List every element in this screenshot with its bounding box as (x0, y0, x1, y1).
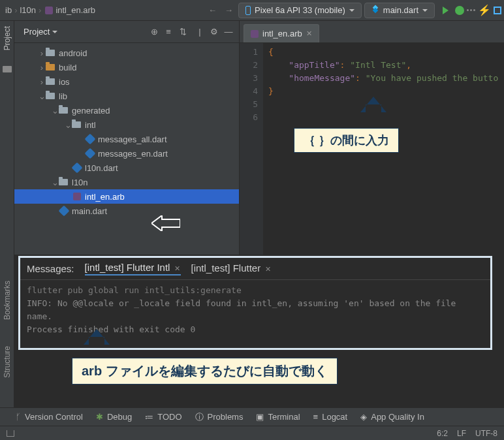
phone-icon (245, 6, 251, 15)
tree-folder-generated[interactable]: ⌄generated (14, 103, 239, 118)
run-config-selector[interactable]: main.dart (364, 3, 435, 18)
annotation-arrow-icon (360, 97, 386, 129)
annotation-label-2: arb ファイルを編集するたびに自動で動く (72, 358, 338, 385)
breadcrumb-root: ib (5, 5, 12, 15)
file-encoding[interactable]: UTF-8 (475, 429, 497, 438)
top-toolbar: ib › l10n › intl_en.arb ← → Pixel 6a API… (0, 0, 504, 21)
console-line: INFO: No @@locale or _locale field found… (27, 297, 484, 323)
close-tab-button[interactable]: ✕ (172, 264, 180, 272)
console-line: flutter pub global run intl_utils:genera… (27, 284, 484, 297)
todo-tool-button[interactable]: ≔TODO (145, 412, 181, 422)
annotation-arrow-icon (151, 215, 180, 231)
line-gutter: 123456 (240, 43, 263, 255)
close-tab-button[interactable]: ✕ (306, 29, 312, 38)
project-view-selector[interactable]: Project (24, 27, 57, 37)
line-separator[interactable]: LF (457, 429, 466, 438)
structure-tool-tab[interactable]: Structure (3, 346, 12, 378)
breadcrumb[interactable]: ib › l10n › intl_en.arb (3, 5, 98, 15)
tool-window-toggle-button[interactable] (7, 430, 14, 437)
tree-file-main-dart[interactable]: main.dart (14, 204, 239, 218)
project-tree[interactable]: ›android ›build ›ios ⌄lib ⌄generated ⌄in… (14, 43, 239, 255)
project-panel: Project ⊕ ≡ ⇅ | ⚙ — ›android ›build ›ios… (14, 21, 240, 255)
tree-folder-android[interactable]: ›android (14, 46, 239, 60)
tree-folder-lib[interactable]: ⌄lib (14, 89, 239, 103)
arb-file-icon (251, 30, 259, 38)
arb-file-icon (45, 7, 53, 14)
folder-icon[interactable] (3, 66, 12, 72)
tree-file-intl-en-arb[interactable]: intl_en.arb (14, 189, 239, 204)
flutter-icon (370, 5, 381, 16)
tree-folder-build[interactable]: ›build (14, 60, 239, 74)
tree-file-l10n-dart[interactable]: l10n.dart (14, 161, 239, 175)
messages-tab-flutter-intl[interactable]: [intl_test] Flutter Intl ✕ (85, 262, 181, 275)
close-tab-button[interactable]: ✕ (263, 265, 271, 273)
chevron-right-icon: › (14, 5, 17, 15)
vcs-tool-button[interactable]: ᚶVersion Control (16, 412, 83, 422)
divider: | (195, 27, 205, 37)
nav-forward-button[interactable]: → (222, 5, 236, 15)
editor-tab-label: intl_en.arb (262, 29, 302, 39)
debug-button[interactable] (455, 6, 464, 15)
app-quality-tool-button[interactable]: ◈App Quality In (360, 412, 424, 422)
tree-folder-ios[interactable]: ›ios (14, 74, 239, 89)
left-tool-strip-lower: Bookmarks Structure (0, 255, 14, 420)
left-tool-strip: Project (0, 21, 14, 255)
terminal-tool-button[interactable]: ▣Terminal (256, 412, 300, 422)
tree-folder-intl[interactable]: ⌄intl (14, 118, 239, 132)
hot-reload-button[interactable]: ⚡ (478, 4, 491, 16)
breadcrumb-file: intl_en.arb (55, 5, 95, 15)
settings-button[interactable]: ⚙ (209, 27, 219, 37)
breadcrumb-folder: l10n (20, 5, 36, 15)
messages-label: Messages: (27, 263, 74, 274)
more-actions-button[interactable] (467, 9, 475, 11)
devtools-button[interactable] (494, 7, 501, 14)
messages-tab-bar: Messages: [intl_test] Flutter Intl ✕ [in… (20, 258, 490, 280)
annotation-label-1: ｛ ｝の間に入力 (294, 128, 399, 153)
chevron-down-icon (52, 31, 57, 36)
chevron-down-icon (422, 9, 428, 14)
bottom-tool-strip: ᚶVersion Control ✱Debug ≔TODO ⓘProblems … (0, 407, 504, 426)
select-opened-file-button[interactable]: ⊕ (149, 27, 159, 37)
device-selector[interactable]: Pixel 6a API 33 (mobile) (238, 3, 362, 18)
device-label: Pixel 6a API 33 (mobile) (255, 5, 345, 15)
editor-tab-bar: intl_en.arb ✕ (240, 21, 504, 43)
editor-tab-intl-en[interactable]: intl_en.arb ✕ (244, 24, 319, 42)
annotation-arrow-icon (84, 329, 110, 362)
tree-folder-l10n[interactable]: ⌄l10n (14, 175, 239, 189)
logcat-tool-button[interactable]: ≡Logcat (313, 412, 348, 422)
messages-tab-flutter[interactable]: [intl_test] Flutter ✕ (191, 262, 272, 275)
tree-file-messages-all[interactable]: messages_all.dart (14, 132, 239, 146)
bookmarks-tool-tab[interactable]: Bookmarks (3, 281, 12, 320)
expand-all-button[interactable]: ≡ (163, 27, 174, 37)
tree-file-messages-en[interactable]: messages_en.dart (14, 146, 239, 161)
project-tool-tab[interactable]: Project (3, 26, 12, 50)
debug-tool-button[interactable]: ✱Debug (96, 412, 132, 422)
chevron-right-icon: › (39, 5, 41, 15)
status-bar: 6:2 LF UTF-8 (0, 426, 504, 440)
nav-back-button[interactable]: ← (206, 5, 219, 15)
run-config-label: main.dart (383, 5, 418, 15)
caret-position[interactable]: 6:2 (437, 429, 448, 438)
chevron-down-icon (349, 9, 354, 14)
run-button[interactable] (443, 7, 452, 14)
hide-panel-button[interactable]: — (223, 27, 234, 37)
collapse-all-button[interactable]: ⇅ (178, 27, 188, 37)
project-panel-header: Project ⊕ ≡ ⇅ | ⚙ — (14, 21, 239, 43)
problems-tool-button[interactable]: ⓘProblems (195, 411, 244, 423)
